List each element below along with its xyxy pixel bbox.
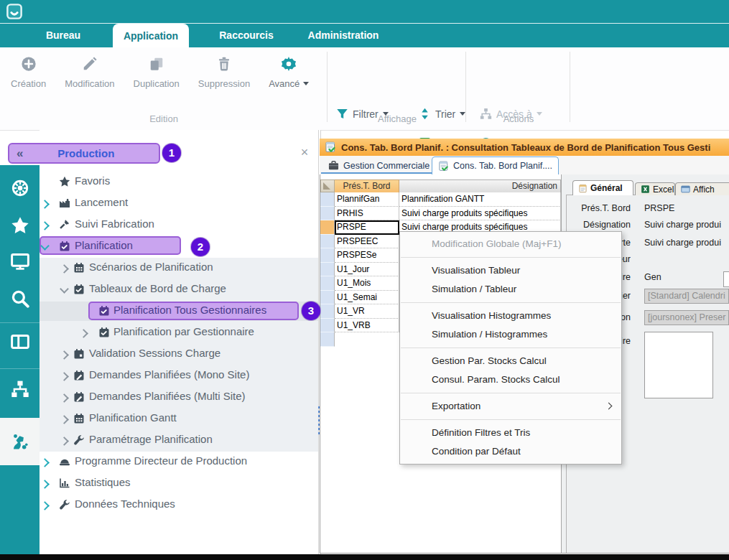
rail-item-search[interactable] <box>0 280 40 317</box>
star-icon <box>11 216 29 235</box>
detail-tab-label: Excel <box>653 185 674 195</box>
chevron-right-icon[interactable] <box>60 437 69 446</box>
tree-item-sc-narios-de-planification[interactable]: Scénarios de Planification <box>40 257 318 279</box>
cell-designation[interactable]: Suivi charge produits spécifiques <box>399 207 561 221</box>
cell-code[interactable]: PlannifGan <box>335 192 399 207</box>
row-selector-cell[interactable] <box>320 276 335 291</box>
cell-code[interactable]: U1_Mois <box>335 276 399 291</box>
document-tab-cons-tab-bord-planif[interactable]: Cons. Tab. Bord Planif.... <box>432 157 559 174</box>
rail-item-wheel[interactable] <box>0 169 40 207</box>
tree-item-label: Scénarios de Planification <box>89 261 213 273</box>
chevron-right-icon[interactable] <box>60 350 69 360</box>
table-row[interactable]: PlannifGanPlannification GANTT <box>320 192 561 207</box>
ribbon-button-création[interactable]: Création <box>1 53 55 89</box>
tree-item-donn-es-techniques[interactable]: Données Techniques <box>40 494 318 515</box>
menu-item-condition-par-d-faut[interactable]: Condition par Défaut <box>400 442 621 461</box>
ribbon-button-suppression[interactable]: Suppression <box>189 53 259 89</box>
nav-tab-administration[interactable]: Administration <box>293 24 394 47</box>
grid-column-header-designation[interactable]: Désignation <box>399 179 561 192</box>
tree-item-favoris[interactable]: Favoris <box>40 171 318 192</box>
nav-tab-bureau[interactable]: Bureau <box>27 24 99 47</box>
row-selector-cell[interactable] <box>320 248 335 263</box>
window-titlebar[interactable]: Cons. Tab. Bord Planif. : Consultation T… <box>320 139 729 156</box>
tree-item-planification-par-gestionnaire[interactable]: Planification par Gestionnaire <box>40 322 318 343</box>
comment-textarea[interactable] <box>644 332 713 398</box>
menu-item-simulation-tableur[interactable]: Simulation / Tableur <box>400 280 621 299</box>
field-input-sliver[interactable] <box>723 271 729 287</box>
collapse-panel-icon[interactable]: « <box>17 146 23 161</box>
tree-item-planification[interactable]: Planification <box>40 235 318 257</box>
chevron-right-icon[interactable] <box>40 221 50 230</box>
tree-item-label: Planification par Gestionnaire <box>113 325 254 337</box>
cell-code[interactable]: PRSPEEC <box>335 235 399 249</box>
rail-item-monitor[interactable] <box>0 243 40 280</box>
rail-item-star[interactable] <box>0 207 40 244</box>
tree-item-validation-sessions-charge[interactable]: Validation Sessions Charge <box>40 343 318 365</box>
table-row[interactable]: PRHISSuivi charge produits spécifiques <box>320 207 561 221</box>
nav-tab-application[interactable]: Application <box>113 24 189 47</box>
ribbon-button-duplication[interactable]: Duplication <box>124 53 189 89</box>
document-tab-gestion-commerciale[interactable]: Gestion Commerciale ... <box>322 158 445 173</box>
grid-select-all-header[interactable] <box>320 179 335 192</box>
tree-item-statistiques[interactable]: Statistiques <box>40 472 318 494</box>
ribbon-button-modification[interactable]: Modification <box>55 53 124 89</box>
menu-item-gestion-par-stocks-calcul[interactable]: Gestion Par. Stocks Calcul <box>400 352 621 370</box>
chevron-right-icon[interactable] <box>60 393 69 403</box>
menu-item-visualisation-tableur[interactable]: Visualisation Tableur <box>400 261 621 280</box>
cell-code[interactable]: U1_VR <box>335 304 399 319</box>
tree-item-lancement[interactable]: Lancement <box>40 192 318 214</box>
chevron-down-icon[interactable] <box>40 241 50 251</box>
chevron-down-icon[interactable] <box>60 284 69 294</box>
chevron-right-icon[interactable] <box>60 372 69 381</box>
tree-item-suivi-fabrication[interactable]: Suivi Fabrication <box>40 214 318 235</box>
menu-item-exportation[interactable]: Exportation <box>400 397 621 416</box>
field-value: Suivi charge produi <box>644 220 721 230</box>
chevron-right-icon[interactable] <box>40 501 50 510</box>
tree-item-demandes-planifi-es-mono-site[interactable]: Demandes Planifiées (Mono Site) <box>40 365 318 386</box>
chevron-right-icon[interactable] <box>40 200 50 209</box>
cell-designation[interactable]: Plannification GANTT <box>399 192 561 207</box>
menu-item-d-finition-filtres-et-tris[interactable]: Définition Filtres et Tris <box>400 424 621 442</box>
chevron-right-icon[interactable] <box>40 458 50 467</box>
tree-item-param-trage-planification[interactable]: Paramétrage Planification <box>40 429 318 451</box>
panel-close-icon[interactable]: × <box>297 145 312 159</box>
row-selector-cell[interactable] <box>320 220 335 235</box>
rail-item-sitemap[interactable] <box>0 370 40 408</box>
menu-item-visualisation-histogrammes[interactable]: Visualisation Histogrammes <box>400 307 621 325</box>
cell-code[interactable]: PRHIS <box>335 207 399 221</box>
tree-item-planification-gantt[interactable]: Planification Gantt <box>40 408 318 429</box>
tree-item-programme-directeur-de-production[interactable]: Programme Directeur de Production <box>40 451 318 472</box>
row-selector-cell[interactable] <box>320 291 335 305</box>
row-selector-cell[interactable] <box>320 207 335 221</box>
cell-code[interactable]: U1_VRB <box>335 319 399 333</box>
detail-tab-affich[interactable]: Affich <box>675 182 729 195</box>
row-selector-cell[interactable] <box>320 263 335 277</box>
chevron-right-icon[interactable] <box>60 264 69 274</box>
row-selector-cell[interactable] <box>320 319 335 333</box>
rail-item-columns[interactable] <box>0 323 40 360</box>
row-selector-cell[interactable] <box>320 304 335 319</box>
menu-separator <box>401 302 621 303</box>
nav-module-header[interactable]: « Production <box>8 143 160 164</box>
row-selector-cell[interactable] <box>320 192 335 207</box>
nav-tab-raccourcis[interactable]: Raccourcis <box>203 24 289 47</box>
tree-item-planification-tous-gestionnaires[interactable]: Planification Tous Gestionnaires <box>40 300 318 322</box>
cell-code[interactable]: PRSPE <box>335 220 399 235</box>
row-selector-cell[interactable] <box>320 235 335 249</box>
ribbon-button-label: Avancé <box>269 78 300 89</box>
tree-item-demandes-planifi-es-multi-site[interactable]: Demandes Planifiées (Multi Site) <box>40 386 318 408</box>
chevron-right-icon[interactable] <box>79 329 88 338</box>
menu-item-simulation-histogrammes[interactable]: Simulation / Histogrammes <box>400 325 621 344</box>
cell-code[interactable]: U1_Semai <box>335 291 399 305</box>
menu-item-consul-param-stocks-calcul[interactable]: Consul. Param. Stocks Calcul <box>400 370 621 389</box>
cell-code[interactable]: U1_Jour <box>335 263 399 277</box>
chevron-right-icon[interactable] <box>40 480 50 489</box>
cell-code[interactable]: PRSPESe <box>335 248 399 263</box>
ribbon-button-avancé[interactable]: Avancé <box>259 53 318 89</box>
rail-item-robot[interactable] <box>0 418 40 465</box>
tree-item-tableaux-de-bord-de-charge[interactable]: Tableaux de Bord de Charge <box>40 279 318 300</box>
detail-tab-g-n-ral[interactable]: Général <box>572 180 633 195</box>
chevron-right-icon[interactable] <box>60 415 69 424</box>
detail-tab-excel[interactable]: Excel <box>635 182 675 195</box>
grid-column-header-code[interactable]: Prés.T. Bord <box>335 179 399 192</box>
